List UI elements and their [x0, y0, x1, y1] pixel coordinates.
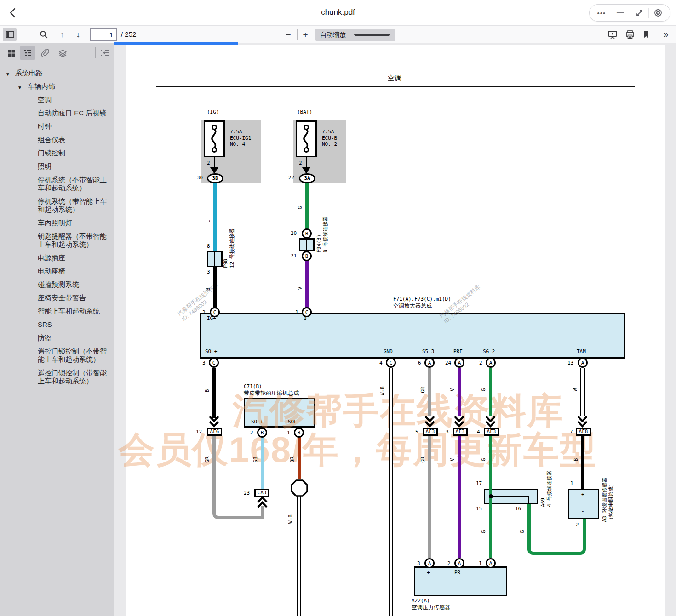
outline-item[interactable]: 防盗	[0, 334, 114, 342]
arrow-down-icon	[302, 167, 310, 174]
outline-item[interactable]: ▼系统电路	[0, 69, 114, 77]
fuse-bat-pin: 2	[299, 160, 302, 166]
pin-circle-b: B	[257, 428, 267, 438]
minimize-button[interactable]: —	[611, 6, 630, 20]
layers-view-button[interactable]	[55, 46, 70, 60]
outline-item[interactable]: 电源插座	[0, 254, 114, 262]
outline-item[interactable]: 电动座椅	[0, 267, 114, 275]
search-button[interactable]	[38, 29, 50, 40]
wire-l	[213, 183, 217, 251]
layers-icon	[58, 49, 67, 57]
wire-gr-corner	[212, 435, 264, 519]
connector-af8: AF8	[576, 428, 591, 436]
title-underline	[156, 86, 635, 87]
wire-b	[212, 368, 216, 418]
a69-internal-link	[528, 496, 529, 504]
outline-list: ▼系统电路▼车辆内饰空调自动防眩目 EC 后视镜时钟组合仪表门锁控制照明停机系统…	[0, 63, 114, 385]
outline-item[interactable]: SRS	[0, 320, 114, 329]
outline-item[interactable]: 智能上车和起动系统	[0, 307, 114, 315]
outline-item[interactable]: 遥控门锁控制（带智能上车和起动系统）	[0, 369, 114, 385]
connector-af3: AF3	[423, 428, 438, 436]
outline-item[interactable]: 照明	[0, 162, 114, 171]
pin-num: 15	[476, 506, 482, 512]
outline-item-label: 照明	[38, 162, 52, 170]
record-button[interactable]	[649, 6, 667, 20]
page-number-input[interactable]	[90, 28, 117, 41]
terminal-pr: PR	[454, 570, 460, 576]
current-outline-item-button[interactable]	[97, 46, 112, 60]
outline-item[interactable]: 座椅安全带警告	[0, 294, 114, 302]
print-button[interactable]	[624, 29, 636, 40]
pin-num: 4	[477, 429, 480, 435]
outline-item[interactable]: 车内照明灯	[0, 219, 114, 227]
attachments-view-button[interactable]	[38, 46, 52, 60]
outline-item-label: 智能上车和起动系统	[38, 307, 100, 315]
connector-num: 22	[288, 175, 294, 181]
outline-item[interactable]: 停机系统（带智能上车和起动系统）	[0, 197, 114, 214]
expander-triangle-icon[interactable]: ▼	[6, 70, 10, 79]
outline-item[interactable]: 停机系统（不带智能上车和起动系统）	[0, 176, 114, 192]
pin-num: 2	[576, 522, 579, 528]
outline-item[interactable]: 自动防眩目 EC 后视镜	[0, 109, 114, 117]
next-page-button[interactable]: ↓	[72, 29, 84, 40]
outline-item-label: 组合仪表	[38, 136, 65, 143]
pdf-toolbar: ↑ ↓ / 252 − + 自动缩放 »	[0, 26, 676, 43]
pdf-viewer-area[interactable]: 汽修帮手在线资料库 会员仅168/年，每周更新车型 汽修帮手在线资料库ID: 7…	[114, 43, 676, 616]
bookmark-button[interactable]	[640, 29, 652, 40]
wire-w	[580, 368, 585, 416]
window-titlebar: chunk.pdf ••• —	[0, 0, 676, 26]
pin-num: 3	[446, 429, 449, 435]
toolbar-more-button[interactable]: »	[659, 28, 672, 40]
divider	[70, 29, 70, 40]
wire-b	[581, 435, 584, 489]
expand-button[interactable]	[630, 6, 648, 20]
double-chevron-icon: »	[663, 29, 668, 40]
outline-item[interactable]: 组合仪表	[0, 136, 114, 144]
wire-label-v: V	[449, 458, 455, 462]
wire-label-gr: GR	[204, 456, 210, 462]
pin-num: 1	[295, 309, 298, 315]
wire-gr	[428, 435, 431, 558]
outline-item-label: 停机系统（不带智能上车和起动系统）	[38, 176, 107, 192]
loading-progress-bar	[114, 42, 238, 45]
pin-num: 23	[244, 490, 250, 496]
pin-circle-a: A	[424, 358, 435, 368]
outline-item-label: SRS	[38, 320, 52, 328]
document-title: chunk.pdf	[0, 8, 676, 17]
outline-item[interactable]: 钥匙提醒器（不带智能上车和起动系统）	[0, 232, 114, 249]
outline-item[interactable]: 门锁控制	[0, 149, 114, 157]
terminal-minus: -	[581, 508, 584, 514]
double-chevron-down-icon	[209, 416, 219, 428]
double-chevron-down-icon	[485, 416, 496, 428]
outline-item-label: 时钟	[38, 122, 52, 130]
outline-item[interactable]: 时钟	[0, 122, 114, 131]
outline-item-label: 碰撞预测系统	[38, 280, 79, 288]
zoom-out-button[interactable]: −	[282, 29, 294, 40]
pdf-sidebar: ▼系统电路▼车辆内饰空调自动防眩目 EC 后视镜时钟组合仪表门锁控制照明停机系统…	[0, 43, 114, 616]
outline-view-button[interactable]	[20, 46, 35, 60]
zoom-in-button[interactable]: +	[299, 29, 311, 40]
thumbnails-view-button[interactable]	[4, 46, 18, 60]
pin-num: 2	[250, 430, 253, 436]
outline-item-label: 空调	[38, 96, 52, 103]
outline-item[interactable]: 遥控门锁控制（不带智能上车和起动系统）	[0, 347, 114, 364]
wire-label-b: B	[573, 458, 579, 462]
presentation-mode-button[interactable]	[606, 29, 619, 40]
pin-num: 7	[570, 429, 573, 435]
outline-item[interactable]: ▼车辆内饰	[0, 82, 114, 91]
outline-item[interactable]: 空调	[0, 96, 114, 104]
more-options-button[interactable]: •••	[592, 6, 611, 20]
divider	[656, 29, 656, 40]
previous-page-button[interactable]: ↑	[56, 29, 68, 40]
toggle-sidebar-button[interactable]	[3, 28, 17, 41]
pin-num: 2	[447, 560, 451, 566]
terminal-tam: TAM	[577, 348, 586, 354]
zoom-select[interactable]: 自动缩放	[315, 29, 395, 41]
outline-item-label: 电源插座	[38, 254, 65, 262]
outline-item-label: 遥控门锁控制（带智能上车和起动系统）	[38, 369, 107, 385]
outline-item[interactable]: 碰撞预测系统	[0, 280, 114, 289]
arrow-down-icon	[210, 167, 218, 174]
expander-triangle-icon[interactable]: ▼	[17, 84, 22, 92]
bookmark-icon	[643, 30, 649, 39]
fuse-ig-tag: (IG)	[207, 109, 219, 115]
